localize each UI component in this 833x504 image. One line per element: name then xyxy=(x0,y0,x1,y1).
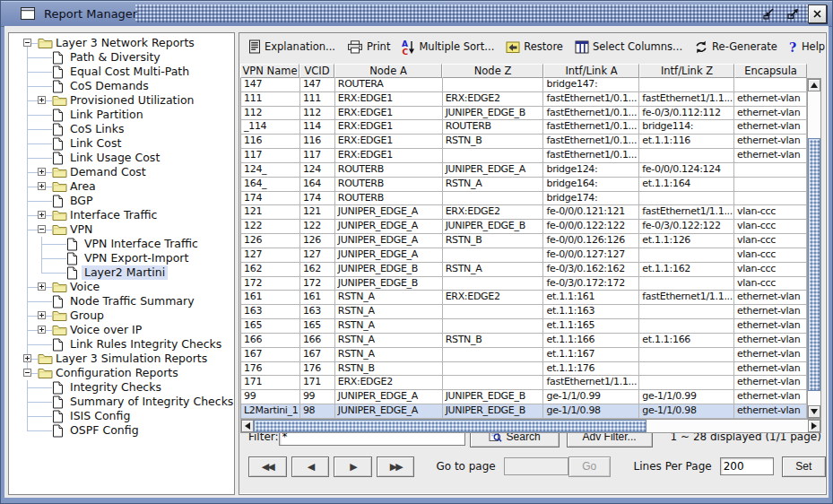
last-page-button[interactable]: ▶▶ xyxy=(377,456,415,477)
table-row[interactable]: 121121JUNIPER_EDGE_AERX:EDGE2fe-0/0/0.12… xyxy=(241,205,807,220)
table-row[interactable]: 174174ROUTERBbridge174: xyxy=(241,192,807,206)
column-header-node-a[interactable]: Node A xyxy=(334,64,442,78)
table-row[interactable]: 165165RSTN_Aet.1.1:165ethernet-vlan xyxy=(241,319,807,334)
column-header-node-z[interactable]: Node Z xyxy=(442,64,543,78)
expand-plus-icon[interactable] xyxy=(38,326,46,334)
tree-item-node-traffic-summary[interactable]: Node Traffic Summary xyxy=(9,294,234,308)
tree-item-label[interactable]: Link Cost xyxy=(67,136,124,151)
horizontal-scrollbar[interactable] xyxy=(240,419,821,433)
table-row[interactable]: 116116ERX:EDGE1RSTN_BfastEthernet1/0.1..… xyxy=(241,135,807,149)
explanation-button[interactable]: Explanation... xyxy=(248,39,335,54)
expand-plus-icon[interactable] xyxy=(38,182,46,190)
tree-item-label[interactable]: VPN xyxy=(67,222,95,237)
table-row[interactable]: 171171ERX:EDGE2fastEthernet1/1.1...ether… xyxy=(241,376,807,390)
vertical-scrollbar[interactable] xyxy=(807,78,821,419)
expand-plus-icon[interactable] xyxy=(38,168,46,176)
expand-plus-icon[interactable] xyxy=(23,354,31,362)
help-button[interactable]: ?Help xyxy=(789,40,825,54)
scroll-left-button[interactable] xyxy=(241,420,254,432)
tree-item-label[interactable]: Link Rules Integrity Checks xyxy=(67,337,224,352)
minimize-icon[interactable] xyxy=(759,5,777,22)
tree-item-voice[interactable]: Voice xyxy=(9,280,234,294)
tree-item-link-cost[interactable]: Link Cost xyxy=(9,136,234,151)
column-header-intf-link-a[interactable]: Intf/Link A xyxy=(543,64,639,78)
tree-item-label[interactable]: Area xyxy=(67,179,99,194)
scroll-up-button[interactable] xyxy=(808,79,820,91)
table-row[interactable]: L2Martini_198JUNIPER_EDGE_AJUNIPER_EDGE_… xyxy=(241,404,807,419)
tree-item-voice-over-ip[interactable]: Voice over IP xyxy=(9,323,234,337)
tree-item-label[interactable]: Summary of Integrity Checks xyxy=(67,395,235,409)
tree-item-label[interactable]: Node Traffic Summary xyxy=(67,294,197,308)
tree-item-label[interactable]: Equal Cost Multi-Path xyxy=(67,65,192,79)
table-row[interactable]: 167167RSTN_Aet.1.1:167ethernet-vlan xyxy=(241,348,807,362)
tree-item-configuration-reports[interactable]: Configuration Reports xyxy=(9,366,234,380)
table-row[interactable]: 162162JUNIPER_EDGE_BRSTN_Afe-0/3/0.162:1… xyxy=(241,263,807,277)
tree-item-label[interactable]: Link Partition xyxy=(67,108,146,122)
tree-item-vpn-interface-traffic[interactable]: VPN Interface Traffic xyxy=(9,237,234,251)
tree-item-cos-demands[interactable]: CoS Demands xyxy=(9,79,234,93)
column-header-intf-link-z[interactable]: Intf/Link Z xyxy=(639,64,734,78)
multiple-sort-button[interactable]: ACMultiple Sort... xyxy=(402,39,494,55)
prev-page-button[interactable]: ◀ xyxy=(291,456,330,477)
tree-item-layer2-martini[interactable]: Layer2 Martini xyxy=(9,265,234,280)
expand-plus-icon[interactable] xyxy=(38,282,46,291)
tree-item-label[interactable]: OSPF Config xyxy=(67,423,142,438)
tree-item-label[interactable]: BGP xyxy=(67,194,96,208)
tree-item-label[interactable]: CoS Demands xyxy=(67,79,152,93)
tree-item-label[interactable]: Link Usage Cost xyxy=(67,151,162,165)
tree-item-label[interactable]: ISIS Config xyxy=(67,409,133,423)
collapse-minus-icon[interactable] xyxy=(23,39,31,47)
table-row[interactable]: 164_164ROUTERBRSTN_Abridge164:et.1.1:164 xyxy=(241,178,807,192)
tree-item-label[interactable]: Integrity Checks xyxy=(67,380,164,395)
tree-item-link-partition[interactable]: Link Partition xyxy=(9,108,234,122)
table-row[interactable]: _114114ERX:EDGE1ROUTERBfastEthernet1/0.1… xyxy=(241,120,807,135)
column-header-encapsula[interactable]: Encapsula xyxy=(734,64,807,78)
table-row[interactable]: 117117ERX:EDGE1fastEthernet1/0.1...ether… xyxy=(241,149,807,163)
restore-button[interactable]: Restore xyxy=(506,40,563,54)
table-row[interactable]: 176176RSTN_Bet.1.1:176ethernet-vlan xyxy=(241,362,807,377)
tree-item-label[interactable]: Voice over IP xyxy=(67,323,144,337)
tree-item-label[interactable]: CoS Links xyxy=(67,122,126,136)
go-button[interactable]: Go xyxy=(568,456,611,477)
table-row[interactable]: 112112ERX:EDGE1JUNIPER_EDGE_BfastEtherne… xyxy=(241,107,807,121)
tree-item-cos-links[interactable]: CoS Links xyxy=(9,122,234,136)
set-button[interactable]: Set xyxy=(782,456,826,477)
table-row[interactable]: 166166RSTN_ARSTN_Bet.1.1:166et.1.1:166et… xyxy=(241,334,807,348)
expand-plus-icon[interactable] xyxy=(38,96,46,104)
tree-item-label[interactable]: VPN Export-Import xyxy=(82,251,191,265)
tree-item-integrity-checks[interactable]: Integrity Checks xyxy=(9,380,234,395)
expand-plus-icon[interactable] xyxy=(38,311,46,319)
tree-item-path-diversity[interactable]: Path & Diversity xyxy=(9,50,234,65)
tree-item-ospf-config[interactable]: OSPF Config xyxy=(9,423,234,438)
scroll-down-button[interactable] xyxy=(808,405,820,418)
table-row[interactable]: 124_124ROUTERBJUNIPER_EDGE_Abridge124:fe… xyxy=(241,163,807,178)
tree-item-provisioned-utilization[interactable]: Provisioned Utilization xyxy=(9,93,234,108)
first-page-button[interactable]: ◀◀ xyxy=(248,456,287,477)
tree-item-label[interactable]: Layer 3 Network Reports xyxy=(53,36,197,50)
regenerate-button[interactable]: Re-Generate xyxy=(694,40,777,54)
collapse-minus-icon[interactable] xyxy=(38,225,46,233)
column-header-vpn-name[interactable]: VPN Name xyxy=(240,64,299,78)
tree-item-demand-cost[interactable]: Demand Cost xyxy=(9,165,234,179)
tree-item-label[interactable]: Provisioned Utilization xyxy=(67,93,197,108)
horizontal-scroll-thumb[interactable] xyxy=(254,420,646,432)
tree-item-isis-config[interactable]: ISIS Config xyxy=(9,409,234,423)
titlebar[interactable]: Report Manager xyxy=(1,1,832,27)
vertical-scroll-thumb[interactable] xyxy=(808,138,820,391)
tree-item-label[interactable]: Group xyxy=(67,308,107,323)
collapse-minus-icon[interactable] xyxy=(23,369,31,377)
tree-item-area[interactable]: Area xyxy=(9,179,234,194)
scroll-right-button[interactable] xyxy=(808,420,820,432)
maximize-icon[interactable] xyxy=(784,5,802,22)
tree-item-vpn[interactable]: VPN xyxy=(9,222,234,237)
table-row[interactable]: 111111ERX:EDGE1ERX:EDGE2fastEthernet1/0.… xyxy=(241,92,807,107)
tree-item-label[interactable]: Demand Cost xyxy=(67,165,149,179)
tree-item-label[interactable]: Path & Diversity xyxy=(67,50,163,65)
tree-item-label[interactable]: Interface Traffic xyxy=(67,208,161,222)
table-row[interactable]: 127127JUNIPER_EDGE_Afe-0/0/0.127:127vlan… xyxy=(241,248,807,263)
tree-item-layer-3-network-reports[interactable]: Layer 3 Network Reports xyxy=(9,36,234,50)
tree-item-bgp[interactable]: BGP xyxy=(9,194,234,208)
tree-item-equal-cost-multi-path[interactable]: Equal Cost Multi-Path xyxy=(9,65,234,79)
close-icon[interactable] xyxy=(808,4,827,23)
table-row[interactable]: 126126JUNIPER_EDGE_ARSTN_Bfe-0/0/0.126:1… xyxy=(241,234,807,248)
